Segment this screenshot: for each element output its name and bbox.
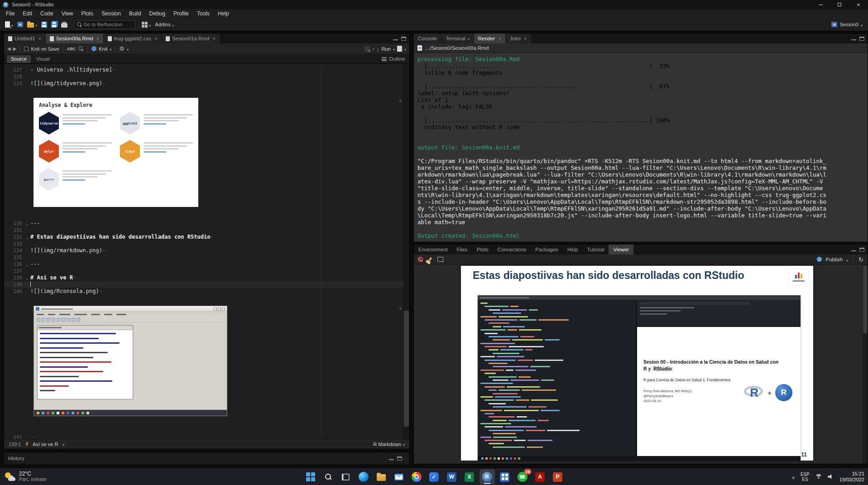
clock[interactable]: 15:21 19/03/2022 xyxy=(839,471,864,483)
section-selector[interactable]: Así se ve R xyxy=(33,442,58,447)
chevron-down-icon[interactable] xyxy=(110,46,111,52)
project-site-link[interactable] xyxy=(62,179,85,181)
run-next-icon[interactable]: ↓ xyxy=(377,46,379,52)
open-in-window-icon[interactable] xyxy=(437,257,443,262)
run-button[interactable]: Run xyxy=(382,46,391,52)
pane-tab-viewer[interactable]: Viewer xyxy=(609,245,633,255)
minimize-pane-icon[interactable] xyxy=(393,39,398,40)
maximize-pane-icon[interactable] xyxy=(401,37,406,41)
project-site-link[interactable] xyxy=(144,151,166,153)
pane-tab-packages[interactable]: Packages xyxy=(531,245,563,255)
menu-debug[interactable]: Debug xyxy=(145,9,169,18)
taskbar-mail-icon[interactable] xyxy=(391,469,407,485)
pane-tab-plots[interactable]: Plots xyxy=(472,245,493,255)
save-all-button[interactable] xyxy=(50,19,58,30)
pane-layout-button[interactable] xyxy=(140,19,152,30)
minimize-pane-icon[interactable] xyxy=(389,459,394,460)
tab-close-icon[interactable] xyxy=(154,36,157,41)
language-indicator[interactable]: ESP ES xyxy=(801,472,810,482)
pane-tab-connections[interactable]: Connections xyxy=(493,245,531,255)
console-tab-terminal[interactable]: Terminal xyxy=(441,34,474,43)
editor-tab-sesion00a-rmd[interactable]: Sesion00a.Rmd xyxy=(46,34,104,43)
fold-arrow-icon[interactable] xyxy=(24,274,30,281)
taskbar-excel-icon[interactable]: X xyxy=(462,469,477,485)
minimize-pane-icon[interactable] xyxy=(851,250,856,251)
minimize-pane-icon[interactable] xyxy=(851,39,856,40)
editor-body[interactable]: 127- Universo .hl[tidyverse]128129![](im… xyxy=(4,64,409,439)
editor-tab-untitled1[interactable]: Untitled1 xyxy=(4,34,46,43)
minimize-button[interactable] xyxy=(811,0,830,9)
weather-widget[interactable]: 22°C Parc. soleado xyxy=(5,468,47,485)
taskbar-search-icon[interactable] xyxy=(321,469,336,485)
editor-scrollbar[interactable] xyxy=(403,64,409,439)
viewer-scrollbar[interactable] xyxy=(863,264,868,464)
publish-button[interactable]: Publish xyxy=(825,257,843,262)
knit-on-save-checkbox[interactable] xyxy=(24,47,29,51)
project-site-link[interactable] xyxy=(62,123,85,125)
project-selector[interactable]: R Sesion0 xyxy=(831,20,864,29)
menu-session[interactable]: Session xyxy=(97,9,125,18)
refresh-icon[interactable] xyxy=(858,255,863,264)
taskbar-powerpoint-icon[interactable]: P xyxy=(550,469,566,485)
menu-code[interactable]: Code xyxy=(36,9,58,18)
wifi-icon[interactable] xyxy=(815,474,822,480)
new-project-button[interactable]: R xyxy=(16,19,24,30)
console-tab-render[interactable]: Render xyxy=(474,34,506,43)
menu-build[interactable]: Build xyxy=(125,9,145,18)
maximize-button[interactable] xyxy=(830,0,849,9)
clear-viewer-icon[interactable] xyxy=(418,257,423,262)
chevron-down-icon[interactable] xyxy=(404,46,406,52)
tab-close-icon[interactable] xyxy=(38,36,41,41)
taskbar-chrome-icon[interactable] xyxy=(409,469,424,485)
hidden-icons-chevron[interactable] xyxy=(792,473,795,481)
scrollbar-thumb[interactable] xyxy=(863,265,867,333)
chevron-down-icon[interactable] xyxy=(393,46,395,52)
menu-help[interactable]: Help xyxy=(214,9,233,18)
fold-arrow-icon[interactable] xyxy=(24,261,30,268)
pane-tab-files[interactable]: Files xyxy=(452,245,472,255)
knit-button[interactable]: Knit xyxy=(99,46,107,52)
console-tab-jobs[interactable]: Jobs xyxy=(506,34,532,43)
broom-icon[interactable] xyxy=(428,257,432,262)
scrollbar-thumb[interactable] xyxy=(404,311,409,427)
taskbar-rstudio-icon[interactable]: R xyxy=(480,469,495,485)
spellcheck-icon[interactable]: ABC xyxy=(67,47,76,51)
maximize-pane-icon[interactable] xyxy=(397,456,402,461)
source-script-icon[interactable] xyxy=(397,46,402,52)
editor-tab-trug-ggplot2-css[interactable]: trug-ggplot2.css xyxy=(104,34,162,43)
maximize-pane-icon[interactable] xyxy=(859,37,864,41)
pane-tab-help[interactable]: Help xyxy=(563,245,583,255)
run-previous-icon[interactable]: ↑ xyxy=(372,46,375,52)
maximize-pane-icon[interactable] xyxy=(859,248,864,252)
outline-button[interactable]: Outline xyxy=(382,56,407,62)
taskbar-whatsapp-icon[interactable]: ☎28 xyxy=(515,469,530,485)
source-mode-button[interactable]: Source xyxy=(7,55,31,63)
taskbar-edge-icon[interactable] xyxy=(356,469,371,485)
find-icon[interactable] xyxy=(78,46,84,52)
forward-icon[interactable]: ▶ xyxy=(13,46,17,51)
goto-file-search[interactable] xyxy=(74,20,135,29)
fold-arrow-icon[interactable] xyxy=(24,234,30,240)
editor-tab-sesion01a-rmd[interactable]: Sesion01a.Rmd xyxy=(162,34,220,43)
goto-file-input[interactable] xyxy=(83,22,133,27)
save-button[interactable] xyxy=(40,19,48,30)
fold-arrow-icon[interactable] xyxy=(24,220,30,227)
gear-icon[interactable] xyxy=(119,45,125,52)
render-log[interactable]: processing file: Sesion00a.Rmd |........… xyxy=(414,53,868,242)
console-tab-console[interactable]: Console xyxy=(414,34,441,43)
taskbar-word-icon[interactable]: W xyxy=(444,469,460,485)
taskbar-task-view-icon[interactable] xyxy=(338,469,354,485)
close-button[interactable] xyxy=(849,0,868,9)
chevron-down-icon[interactable] xyxy=(127,46,129,52)
project-site-link[interactable] xyxy=(144,123,166,125)
tab-close-icon[interactable] xyxy=(96,36,99,41)
pane-tab-environment[interactable]: Environment xyxy=(414,245,452,255)
visual-mode-button[interactable]: Visual xyxy=(32,55,54,63)
back-icon[interactable]: ◀ xyxy=(7,46,11,51)
tab-close-icon[interactable] xyxy=(524,36,527,41)
menu-view[interactable]: View xyxy=(58,9,77,18)
project-site-link[interactable] xyxy=(62,151,85,153)
taskbar-todo-icon[interactable]: ✓ xyxy=(427,469,442,485)
file-type-selector[interactable]: R Markdown xyxy=(373,442,405,447)
print-button[interactable] xyxy=(60,19,69,30)
